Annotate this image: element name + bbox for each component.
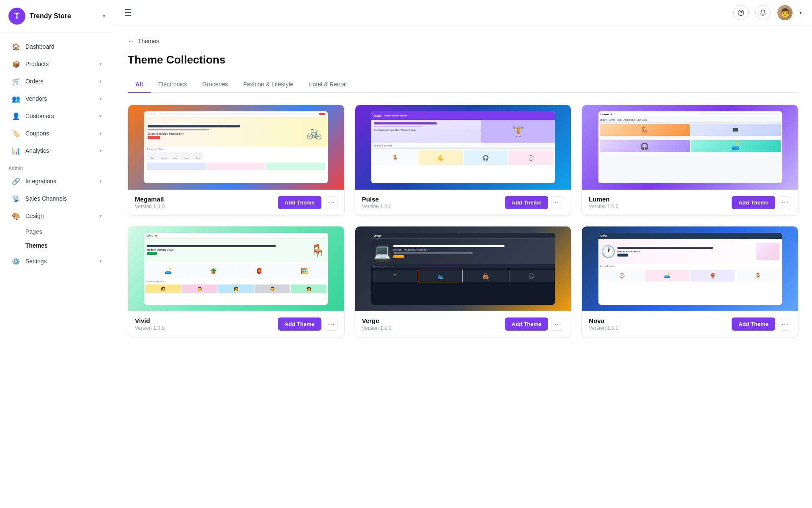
more-options-button-pulse[interactable]: ⋯ bbox=[551, 196, 564, 209]
coupons-icon: 🏷️ bbox=[12, 129, 20, 138]
tab-all[interactable]: All bbox=[128, 77, 151, 93]
topbar: ☰ 👨 ▾ bbox=[114, 0, 812, 25]
sidebar-item-label: Products bbox=[25, 61, 94, 67]
theme-preview-pulse: Pulse. Sport Essentials Yoga bbox=[355, 105, 571, 190]
sidebar-item-label: Integrations bbox=[25, 178, 94, 185]
tab-groceries[interactable]: Groceries bbox=[195, 77, 236, 93]
dashboard-icon: 🏠 bbox=[12, 42, 20, 51]
user-avatar[interactable]: 👨 bbox=[777, 5, 793, 20]
theme-info-vivid: Vivid Version 1.0.0 bbox=[135, 317, 165, 331]
sidebar: T Trendy Store ▾ 🏠 Dashboard 📦 Products … bbox=[0, 0, 114, 508]
sidebar-item-label: Orders bbox=[25, 78, 94, 85]
store-chevron-icon: ▾ bbox=[103, 13, 105, 19]
theme-name-lumen: Lumen bbox=[589, 196, 618, 203]
theme-version-pulse: Version 1.0.0 bbox=[362, 204, 392, 210]
orders-icon: 🛒 bbox=[12, 77, 20, 86]
add-theme-button-megamall[interactable]: Add Theme bbox=[278, 196, 321, 209]
sidebar-sub-item-themes[interactable]: Themes bbox=[3, 239, 110, 252]
more-options-button-megamall[interactable]: ⋯ bbox=[325, 196, 337, 209]
theme-name-megamall: Megamall bbox=[135, 196, 165, 203]
theme-preview-verge: Verge. 💻 MacBook Pro Supercharged for pr… bbox=[355, 226, 571, 311]
sidebar-item-settings[interactable]: ⚙️ Settings ▾ bbox=[3, 253, 110, 270]
sidebar-item-integrations[interactable]: 🔗 Integrations ▾ bbox=[3, 173, 110, 190]
bell-icon bbox=[760, 9, 766, 16]
sidebar-item-vendors[interactable]: 👥 Vendors ▾ bbox=[3, 90, 110, 107]
theme-card-footer-nova: Nova Version 1.0.0 Add Theme ⋯ bbox=[582, 311, 798, 337]
sidebar-item-analytics[interactable]: 📊 Analytics ▾ bbox=[3, 142, 110, 159]
help-icon-button[interactable] bbox=[733, 5, 749, 20]
add-theme-button-pulse[interactable]: Add Theme bbox=[505, 196, 549, 209]
sidebar-sub-item-pages[interactable]: Pages bbox=[3, 225, 110, 238]
add-theme-button-lumen[interactable]: Add Theme bbox=[732, 196, 775, 209]
tab-fashion[interactable]: Fashion & Lifestyle bbox=[236, 77, 301, 93]
theme-actions-lumen: Add Theme ⋯ bbox=[732, 196, 791, 209]
analytics-chevron-icon: ▾ bbox=[99, 148, 102, 154]
topbar-left: ☰ bbox=[124, 8, 132, 18]
vendors-chevron-icon: ▾ bbox=[99, 96, 102, 102]
breadcrumb: ← Themes bbox=[128, 37, 798, 45]
notifications-icon-button[interactable] bbox=[755, 5, 771, 20]
sidebar-item-label: Customers bbox=[25, 113, 94, 119]
add-theme-button-nova[interactable]: Add Theme bbox=[732, 318, 775, 331]
theme-tabs: All Electronics Groceries Fashion & Life… bbox=[128, 77, 798, 93]
store-header[interactable]: T Trendy Store ▾ bbox=[0, 0, 114, 33]
admin-section-label: Admin bbox=[0, 160, 114, 172]
theme-version-lumen: Version 1.0.0 bbox=[589, 204, 618, 210]
products-icon: 📦 bbox=[12, 60, 20, 68]
sidebar-item-label: Settings bbox=[25, 258, 94, 265]
theme-actions-pulse: Add Theme ⋯ bbox=[505, 196, 565, 209]
theme-card-footer-pulse: Pulse Version 1.0.0 Add Theme ⋯ bbox=[355, 190, 571, 215]
add-theme-button-verge[interactable]: Add Theme bbox=[505, 318, 549, 331]
theme-preview-megamall: Decathlon Rockrider Mountain Bike 🚲 Tren… bbox=[128, 105, 344, 190]
theme-card-megamall: Decathlon Rockrider Mountain Bike 🚲 Tren… bbox=[128, 105, 345, 216]
store-avatar: T bbox=[8, 8, 25, 25]
vendors-icon: 👥 bbox=[12, 94, 20, 103]
theme-card-nova: Nova. 🕐 Mid clock renaissance Formal Pr bbox=[582, 226, 798, 337]
theme-grid: Decathlon Rockrider Mountain Bike 🚲 Tren… bbox=[128, 105, 798, 337]
theme-card-footer-lumen: Lumen Version 1.0.0 Add Theme ⋯ bbox=[582, 190, 798, 215]
tab-electronics[interactable]: Electronics bbox=[151, 77, 195, 93]
theme-name-verge: Verge bbox=[362, 317, 392, 324]
add-theme-button-vivid[interactable]: Add Theme bbox=[278, 318, 321, 331]
sidebar-item-design[interactable]: 🎨 Design ▾ bbox=[3, 207, 110, 224]
theme-version-verge: Version 1.0.0 bbox=[362, 325, 392, 331]
more-options-button-verge[interactable]: ⋯ bbox=[551, 318, 564, 331]
more-options-button-nova[interactable]: ⋯ bbox=[779, 318, 791, 331]
theme-preview-lumen: Lumen Discover ComfyandAccessories Super… bbox=[582, 105, 798, 190]
back-button[interactable]: ← bbox=[128, 37, 134, 45]
theme-name-pulse: Pulse bbox=[362, 196, 392, 203]
theme-actions-verge: Add Theme ⋯ bbox=[505, 318, 565, 331]
user-menu-chevron-icon[interactable]: ▾ bbox=[799, 10, 802, 16]
sidebar-item-label: Sales Channels bbox=[25, 195, 102, 202]
tab-hotel[interactable]: Hotel & Rental bbox=[301, 77, 354, 93]
more-options-button-lumen[interactable]: ⋯ bbox=[779, 196, 791, 209]
theme-card-verge: Verge. 💻 MacBook Pro Supercharged for pr… bbox=[355, 226, 572, 337]
sidebar-item-dashboard[interactable]: 🏠 Dashboard bbox=[3, 38, 110, 55]
sidebar-item-label: Analytics bbox=[25, 147, 94, 154]
design-icon: 🎨 bbox=[12, 212, 20, 220]
theme-card-footer-megamall: Megamall Version 1.0.0 Add Theme ⋯ bbox=[128, 190, 344, 215]
sidebar-item-coupons[interactable]: 🏷️ Coupons ▾ bbox=[3, 125, 110, 142]
more-options-button-vivid[interactable]: ⋯ bbox=[325, 318, 337, 331]
hamburger-menu-icon[interactable]: ☰ bbox=[124, 8, 132, 18]
theme-card-lumen: Lumen Discover ComfyandAccessories Super… bbox=[582, 105, 798, 216]
theme-actions-nova: Add Theme ⋯ bbox=[732, 318, 791, 331]
theme-card-footer-vivid: Vivid Version 1.0.0 Add Theme ⋯ bbox=[128, 311, 344, 337]
theme-preview-vivid: Vivid Modern Dinning Chair 🪑 bbox=[128, 226, 344, 311]
sidebar-item-customers[interactable]: 👤 Customers ▾ bbox=[3, 108, 110, 124]
topbar-right: 👨 ▾ bbox=[733, 5, 802, 20]
theme-card-vivid: Vivid Modern Dinning Chair 🪑 bbox=[128, 226, 345, 337]
theme-card-pulse: Pulse. Sport Essentials Yoga bbox=[355, 105, 572, 216]
sidebar-item-orders[interactable]: 🛒 Orders ▾ bbox=[3, 73, 110, 90]
sidebar-item-sales-channels[interactable]: 📡 Sales Channels bbox=[3, 190, 110, 207]
theme-name-vivid: Vivid bbox=[135, 317, 165, 324]
user-avatar-image: 👨 bbox=[780, 8, 790, 18]
page-title: Theme Collections bbox=[128, 53, 798, 66]
theme-card-footer-verge: Verge Version 1.0.0 Add Theme ⋯ bbox=[355, 311, 571, 337]
theme-actions-vivid: Add Theme ⋯ bbox=[278, 318, 337, 331]
sales-channels-icon: 📡 bbox=[12, 194, 20, 203]
settings-icon: ⚙️ bbox=[12, 257, 20, 265]
customers-icon: 👤 bbox=[12, 112, 20, 120]
sidebar-item-products[interactable]: 📦 Products ▾ bbox=[3, 55, 110, 72]
breadcrumb-text: Themes bbox=[138, 38, 159, 44]
